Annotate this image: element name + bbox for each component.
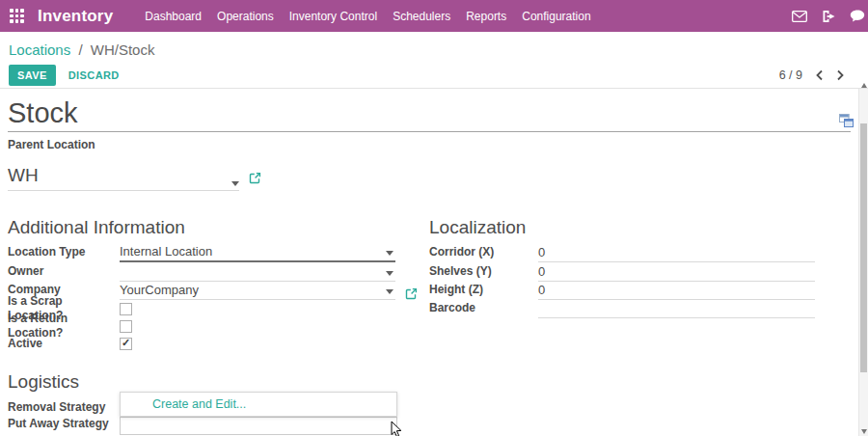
section-additional-information: Additional Information <box>8 216 429 239</box>
chat-icon <box>850 10 865 22</box>
apps-grid-icon <box>10 9 24 23</box>
chevron-right-icon <box>836 69 845 81</box>
height-label: Height (Z) <box>429 283 538 300</box>
putaway-strategy-row: Put Away Strategy Create and Edit... <box>8 417 851 435</box>
form-sheet: Stock Parent Location WH Additional Info… <box>0 90 858 436</box>
chat-button[interactable] <box>849 8 866 25</box>
vertical-scrollbar[interactable] <box>858 89 868 436</box>
app-title[interactable]: Inventory <box>38 7 113 26</box>
parent-location-field[interactable]: WH <box>8 164 239 191</box>
removal-strategy-label: Removal Strategy <box>8 400 120 415</box>
shelves-field[interactable]: 0 <box>538 265 815 282</box>
top-navbar: Inventory Dashboard Operations Inventory… <box>0 0 868 32</box>
active-label: Active <box>8 337 120 351</box>
messages-button[interactable] <box>791 8 808 25</box>
chevron-down-icon[interactable] <box>231 181 239 186</box>
corridor-label: Corridor (X) <box>429 245 538 262</box>
open-views-button[interactable] <box>838 113 854 132</box>
menu-inventory-control[interactable]: Inventory Control <box>282 1 385 32</box>
envelope-icon <box>792 11 807 22</box>
chevron-down-icon[interactable] <box>386 271 393 276</box>
scrollbar-thumb[interactable] <box>860 123 867 372</box>
active-row: Active <box>8 335 429 352</box>
barcode-field[interactable] <box>538 301 815 318</box>
height-field[interactable]: 0 <box>538 284 815 300</box>
record-title[interactable]: Stock <box>8 95 851 132</box>
shelves-value: 0 <box>538 265 815 279</box>
sign-out-icon <box>822 10 836 23</box>
pager-next-button[interactable] <box>836 69 845 81</box>
location-type-row: Location Type Internal Location <box>8 244 429 262</box>
height-value: 0 <box>538 284 815 297</box>
company-value: YourCompany <box>120 284 395 297</box>
chevron-left-icon <box>815 69 824 81</box>
section-localization: Localization <box>429 216 851 239</box>
parent-location-open-button[interactable] <box>249 172 261 184</box>
save-button[interactable]: SAVE <box>9 65 56 86</box>
autocomplete-dropdown: Create and Edit... <box>120 392 397 417</box>
owner-field[interactable] <box>120 264 395 282</box>
pager-previous-button[interactable] <box>815 69 824 81</box>
breadcrumb: Locations / WH/Stock <box>9 41 860 58</box>
owner-input[interactable] <box>120 264 395 279</box>
menu-reports[interactable]: Reports <box>458 1 514 32</box>
pager-value: 6 / 9 <box>779 68 802 82</box>
shelves-label: Shelves (Y) <box>429 264 538 282</box>
corridor-value: 0 <box>538 246 815 259</box>
menu-configuration[interactable]: Configuration <box>514 1 598 32</box>
section-logistics: Logistics <box>8 370 851 394</box>
owner-row: Owner <box>8 262 429 281</box>
company-field[interactable]: YourCompany <box>120 284 395 300</box>
location-type-value: Internal Location <box>120 245 395 259</box>
company-open-button[interactable] <box>405 287 418 300</box>
location-type-label: Location Type <box>8 245 120 262</box>
putaway-strategy-input[interactable] <box>121 419 396 435</box>
scrap-location-checkbox[interactable] <box>120 303 132 315</box>
menu-schedulers[interactable]: Schedulers <box>385 1 458 32</box>
discard-button[interactable]: DISCARD <box>68 69 120 81</box>
logout-button[interactable] <box>820 8 837 25</box>
menu-operations[interactable]: Operations <box>209 1 282 32</box>
breadcrumb-locations-link[interactable]: Locations <box>9 41 70 58</box>
corridor-row: Corridor (X) 0 <box>429 244 851 262</box>
barcode-label: Barcode <box>429 301 538 318</box>
apps-menu-button[interactable] <box>10 9 24 23</box>
return-location-row: Is a Return Location? <box>8 317 429 335</box>
height-row: Height (Z) 0 <box>429 282 851 300</box>
putaway-strategy-label: Put Away Strategy <box>8 417 120 431</box>
corridor-field[interactable]: 0 <box>538 246 815 262</box>
shelves-row: Shelves (Y) 0 <box>429 262 851 281</box>
pager: 6 / 9 <box>779 68 845 82</box>
main-menu: Dashboard Operations Inventory Control S… <box>137 1 598 32</box>
multi-window-icon <box>838 113 854 128</box>
dropdown-item-create-and-edit[interactable]: Create and Edit... <box>121 393 396 416</box>
parent-location-label: Parent Location <box>8 138 851 152</box>
scroll-up-icon[interactable] <box>861 83 867 88</box>
owner-label: Owner <box>8 264 120 282</box>
navbar-systray <box>791 8 868 25</box>
breadcrumb-current: WH/Stock <box>91 41 155 58</box>
barcode-row: Barcode <box>429 300 851 318</box>
external-link-icon <box>405 287 418 300</box>
barcode-input[interactable] <box>538 301 815 315</box>
location-type-select[interactable]: Internal Location <box>120 245 395 262</box>
return-location-checkbox[interactable] <box>120 320 132 333</box>
active-checkbox[interactable] <box>120 338 132 350</box>
putaway-strategy-field[interactable]: Create and Edit... <box>120 417 397 435</box>
menu-dashboard[interactable]: Dashboard <box>137 1 209 32</box>
breadcrumb-separator: / <box>78 41 82 58</box>
chevron-down-icon[interactable] <box>386 289 393 294</box>
parent-location-value: WH <box>8 164 231 186</box>
scroll-down-icon[interactable] <box>861 429 867 434</box>
external-link-icon <box>249 172 261 184</box>
chevron-down-icon[interactable] <box>386 251 393 256</box>
control-panel: Locations / WH/Stock SAVE DISCARD 6 / 9 <box>0 32 868 89</box>
